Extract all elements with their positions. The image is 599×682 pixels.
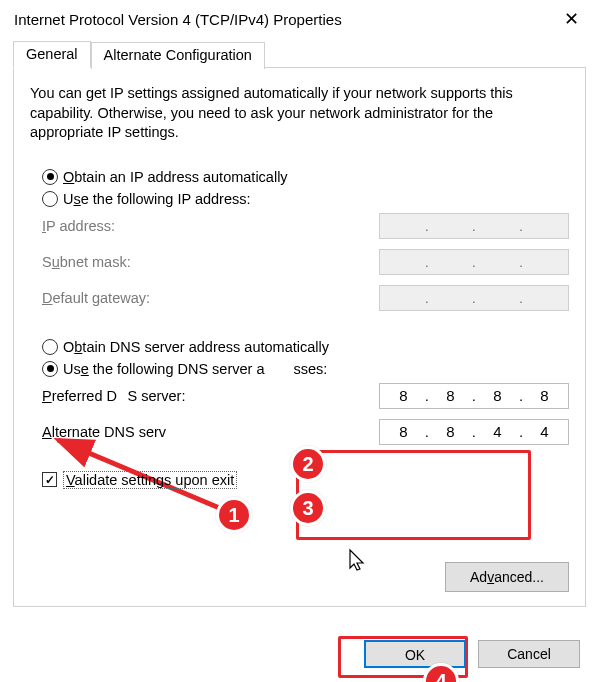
- octet: 8: [392, 423, 414, 440]
- octet: 8: [533, 387, 555, 404]
- window-title: Internet Protocol Version 4 (TCP/IPv4) P…: [14, 11, 342, 28]
- preferred-dns-input[interactable]: 8. 8. 8. 8: [379, 383, 569, 409]
- ip-group: Obtain an IP address automatically Use t…: [30, 169, 569, 311]
- radio-label: Obtain DNS server address automatically: [63, 339, 329, 355]
- checkbox-icon: [42, 472, 57, 487]
- dialog-buttons: OK Cancel: [364, 640, 580, 668]
- title-bar: Internet Protocol Version 4 (TCP/IPv4) P…: [0, 0, 599, 40]
- general-panel: You can get IP settings assigned automat…: [13, 67, 586, 607]
- octet: 8: [439, 423, 461, 440]
- tab-general[interactable]: General: [13, 41, 91, 68]
- row-gateway: Default gateway: . . .: [42, 285, 569, 311]
- ok-button[interactable]: OK: [364, 640, 466, 668]
- octet: 8: [486, 387, 508, 404]
- tab-alternate[interactable]: Alternate Configuration: [91, 42, 265, 69]
- row-ip-address: IP address: . . .: [42, 213, 569, 239]
- subnet-input: . . .: [379, 249, 569, 275]
- radio-label: Use the following IP address:: [63, 191, 251, 207]
- alternate-dns-label: Alternate DNS serv: [42, 424, 166, 440]
- row-alternate-dns: Alternate DNS serv 8. 8. 4. 4: [42, 419, 569, 445]
- radio-label: Obtain an IP address automatically: [63, 169, 288, 185]
- octet: 4: [486, 423, 508, 440]
- preferred-dns-label: Preferred DNS server:: [42, 388, 185, 404]
- ip-address-input: . . .: [379, 213, 569, 239]
- radio-icon: [42, 169, 58, 185]
- cancel-button[interactable]: Cancel: [478, 640, 580, 668]
- radio-icon: [42, 191, 58, 207]
- radio-icon: [42, 361, 58, 377]
- radio-label: Use the following DNS server addresses:: [63, 361, 327, 377]
- octet: 8: [439, 387, 461, 404]
- ip-address-label: IP address:: [42, 218, 115, 234]
- row-subnet: Subnet mask: . . .: [42, 249, 569, 275]
- octet: 8: [392, 387, 414, 404]
- radio-icon: [42, 339, 58, 355]
- tab-row: General Alternate Configuration: [13, 40, 586, 67]
- intro-text: You can get IP settings assigned automat…: [30, 84, 569, 143]
- validate-label: Validate settings upon exit: [63, 471, 237, 489]
- validate-checkbox-row[interactable]: Validate settings upon exit: [42, 471, 569, 489]
- radio-use-following-ip[interactable]: Use the following IP address:: [42, 191, 569, 207]
- gateway-input: . . .: [379, 285, 569, 311]
- close-icon[interactable]: ✕: [558, 8, 585, 30]
- advanced-button[interactable]: Advanced...: [445, 562, 569, 592]
- radio-use-following-dns[interactable]: Use the following DNS server addresses:: [42, 361, 569, 377]
- subnet-label: Subnet mask:: [42, 254, 131, 270]
- octet: 4: [533, 423, 555, 440]
- radio-obtain-dns-auto[interactable]: Obtain DNS server address automatically: [42, 339, 569, 355]
- radio-obtain-ip-auto[interactable]: Obtain an IP address automatically: [42, 169, 569, 185]
- dns-group: Obtain DNS server address automatically …: [30, 339, 569, 445]
- row-preferred-dns: Preferred DNS server: 8. 8. 8. 8: [42, 383, 569, 409]
- gateway-label: Default gateway:: [42, 290, 150, 306]
- alternate-dns-input[interactable]: 8. 8. 4. 4: [379, 419, 569, 445]
